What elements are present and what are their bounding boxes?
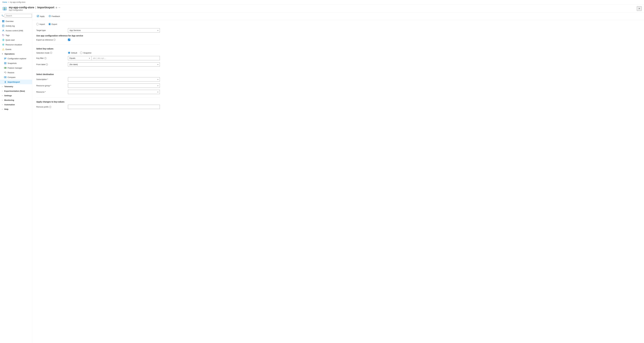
- sidebar-item-access-control[interactable]: Access control (IAM): [0, 28, 32, 33]
- compare-icon: [4, 76, 6, 78]
- remove-prefix-info-icon[interactable]: i: [49, 106, 51, 108]
- remove-prefix-input[interactable]: [68, 105, 160, 109]
- select-key-values-section: Select key-values Selection mode i Defau…: [36, 47, 160, 66]
- svg-rect-4: [2, 21, 3, 22]
- export-as-reference-control: [68, 39, 160, 41]
- from-label-select[interactable]: (No label)(All labels)Custom: [68, 62, 160, 66]
- page-header: my-app-config-store | Import/export ☆ ··…: [0, 4, 644, 13]
- apply-changes-section: Apply changes to key-values Remove prefi…: [36, 101, 160, 109]
- import-radio-option[interactable]: Import: [36, 23, 45, 25]
- monitoring-chevron-icon: ›: [2, 99, 2, 101]
- key-filter-text-input[interactable]: [91, 56, 160, 60]
- default-mode-option[interactable]: Default: [68, 52, 77, 54]
- snapshot-mode-option[interactable]: Snapshot: [80, 52, 91, 54]
- selection-mode-radio-group: Default Snapshot: [68, 52, 160, 54]
- sidebar-item-activity-log[interactable]: Activity log: [0, 23, 32, 28]
- settings-chevron-icon: ›: [2, 95, 2, 96]
- subscription-row: Subscription * ▾: [36, 77, 160, 81]
- resource-select[interactable]: [68, 90, 160, 94]
- subscription-control: ▾: [68, 77, 160, 81]
- sidebar-item-overview[interactable]: Overview: [0, 19, 32, 23]
- sidebar-item-config-explorer[interactable]: Configuration explorer: [0, 56, 32, 61]
- feature-icon: [4, 67, 6, 69]
- config-icon: [4, 57, 6, 60]
- snapshot-mode-radio[interactable]: [80, 52, 82, 54]
- sidebar-group-monitoring[interactable]: › Monitoring: [0, 98, 32, 102]
- import-export-radio-group: Import Export: [36, 23, 160, 25]
- feedback-button[interactable]: Feedback: [47, 14, 62, 18]
- favorite-icon[interactable]: ☆: [56, 6, 57, 9]
- page-icon: [2, 6, 7, 11]
- sidebar-item-import-export[interactable]: Import/export: [0, 80, 32, 84]
- close-button[interactable]: ✕: [637, 6, 642, 11]
- feedback-icon: [49, 15, 51, 17]
- svg-rect-31: [6, 76, 6, 78]
- overview-icon: [2, 20, 4, 22]
- subscription-select[interactable]: [68, 77, 160, 81]
- apply-button[interactable]: Apply: [35, 14, 46, 18]
- sidebar-item-resource-visualizer[interactable]: Resource visualizer: [0, 42, 32, 47]
- operations-chevron-icon: ▾: [2, 53, 3, 55]
- key-filter-info-icon[interactable]: i: [44, 57, 46, 59]
- sidebar-item-restore-label: Restore: [8, 71, 30, 74]
- from-label-control: (No label)(All labels)Custom ▾: [68, 62, 160, 66]
- breadcrumb-home[interactable]: Home: [2, 1, 7, 3]
- sidebar-group-experimentation[interactable]: › Experimentation (New): [0, 89, 32, 93]
- key-filter-type-select-wrapper: EqualsStarts withContains ▾: [68, 56, 91, 60]
- resource-group-row: Resource group * ▾: [36, 83, 160, 88]
- selection-mode-control: Default Snapshot: [68, 52, 160, 54]
- sidebar-item-snapshots[interactable]: Snapshots: [0, 61, 32, 65]
- import-radio[interactable]: [36, 23, 39, 25]
- target-type-select[interactable]: App ServicesApp ConfigurationAzure Kuber…: [68, 28, 160, 32]
- svg-rect-3: [3, 20, 4, 21]
- resource-group-label: Resource group *: [36, 84, 66, 87]
- sidebar-group-settings[interactable]: › Settings: [0, 93, 32, 98]
- target-type-select-wrapper: App ServicesApp ConfigurationAzure Kuber…: [68, 28, 160, 32]
- sidebar-item-compare[interactable]: Compare: [0, 75, 32, 80]
- resource-group-select[interactable]: [68, 83, 160, 88]
- snapshot-mode-label: Snapshot: [83, 52, 91, 54]
- search-icon: 🔍: [2, 15, 4, 17]
- export-as-reference-checkbox[interactable]: [68, 39, 70, 41]
- default-mode-radio[interactable]: [68, 52, 70, 54]
- from-label-row: From label i (No label)(All labels)Custo…: [36, 62, 160, 66]
- sidebar-item-feature-manager[interactable]: Feature manager: [0, 65, 32, 70]
- sidebar-item-restore[interactable]: Restore: [0, 70, 32, 75]
- key-filter-label: Key filter i: [36, 57, 66, 59]
- sidebar-group-help[interactable]: › Help: [0, 107, 32, 111]
- key-filter-type-select[interactable]: EqualsStarts withContains: [68, 56, 91, 60]
- restore-icon: [4, 71, 6, 74]
- importexport-icon: [4, 81, 6, 83]
- more-options-icon[interactable]: ···: [58, 6, 60, 9]
- snapshots-icon: [4, 62, 6, 64]
- sidebar-item-tags[interactable]: Tags: [0, 33, 32, 37]
- app-config-section: Use app configuration reference for App …: [36, 34, 160, 41]
- breadcrumb-separator: >: [8, 1, 9, 3]
- sidebar-group-operations[interactable]: ▾ Operations: [0, 52, 32, 56]
- sidebar-item-quick-start[interactable]: Quick start: [0, 37, 32, 42]
- resource-viz-icon: [2, 43, 4, 46]
- form-area: Import Export Target type App ServicesAp…: [32, 20, 164, 115]
- sidebar-item-events-label: Events: [6, 48, 30, 50]
- sidebar-item-quickstart-label: Quick start: [6, 39, 30, 41]
- sidebar-group-automation-label: Automation: [4, 104, 15, 106]
- page-subtitle: App Configuration: [9, 9, 60, 11]
- export-radio[interactable]: [48, 23, 51, 25]
- sidebar-group-help-label: Help: [4, 108, 8, 110]
- sidebar-item-compare-label: Compare: [8, 76, 30, 78]
- sidebar-group-automation[interactable]: › Automation: [0, 102, 32, 107]
- sidebar-item-feature-label: Feature manager: [8, 67, 30, 69]
- from-label-label: From label i: [36, 63, 66, 65]
- sidebar-item-events[interactable]: Events: [0, 47, 32, 52]
- export-radio-option[interactable]: Export: [48, 23, 57, 25]
- from-label-info-icon[interactable]: i: [46, 63, 48, 65]
- selection-mode-info-icon[interactable]: i: [50, 52, 52, 54]
- default-mode-label: Default: [71, 52, 77, 54]
- svg-point-36: [50, 16, 50, 16]
- svg-rect-24: [4, 59, 6, 59]
- sidebar-item-resource-viz-label: Resource visualizer: [6, 43, 30, 46]
- experimentation-chevron-icon: ›: [2, 90, 2, 92]
- export-as-reference-info-icon[interactable]: i: [54, 39, 56, 41]
- search-input[interactable]: [5, 14, 32, 17]
- sidebar-group-telemetry[interactable]: › Telemetry: [0, 84, 32, 89]
